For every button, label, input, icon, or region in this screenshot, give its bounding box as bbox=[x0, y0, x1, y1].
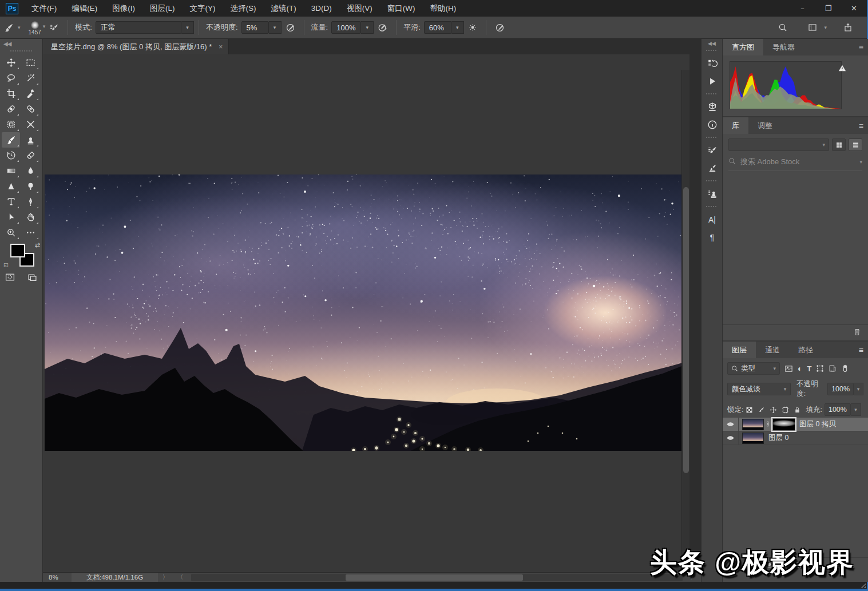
menu-文字[interactable]: 文字(Y) bbox=[183, 0, 223, 17]
adobe-stock-search[interactable]: 搜索 Adobe Stock ▾ bbox=[728, 157, 862, 171]
layer-mask-thumbnail[interactable] bbox=[773, 419, 795, 430]
menu-图层[interactable]: 图层(L) bbox=[142, 0, 183, 17]
workspace-switcher-icon[interactable] bbox=[808, 23, 817, 32]
menu-帮助[interactable]: 帮助(H) bbox=[422, 0, 463, 17]
actions-panel-icon[interactable] bbox=[701, 72, 723, 90]
menu-窗口[interactable]: 窗口(W) bbox=[380, 0, 423, 17]
expand-dock-icon[interactable]: ◀◀ bbox=[701, 39, 722, 46]
smoothing-input[interactable]: 60% bbox=[424, 21, 451, 34]
fill-input[interactable]: 100% bbox=[825, 403, 851, 416]
history-panel-icon[interactable] bbox=[701, 54, 723, 72]
filter-toggle-pill[interactable] bbox=[841, 364, 849, 372]
share-image-icon[interactable] bbox=[843, 23, 853, 32]
menu-文件[interactable]: 文件(F) bbox=[24, 0, 64, 17]
crop-tool[interactable] bbox=[2, 86, 20, 101]
move-tool[interactable] bbox=[2, 55, 20, 70]
spot-healing-tool[interactable] bbox=[2, 101, 20, 117]
opacity-chevron[interactable]: ▾ bbox=[269, 21, 282, 34]
libraries-panel-menu-icon[interactable]: ≡ bbox=[859, 121, 863, 130]
filter-adjustment-layers-icon[interactable]: ◐ bbox=[798, 364, 802, 373]
lock-position-icon[interactable] bbox=[770, 406, 777, 414]
lock-pixels-icon[interactable] bbox=[758, 406, 765, 414]
clone-source-panel-icon[interactable] bbox=[701, 185, 723, 203]
brush-preset-picker[interactable]: 1457 ▾ bbox=[29, 20, 46, 35]
layer-filter-select[interactable]: 类型 ▾ bbox=[727, 362, 780, 375]
minimize-button[interactable]: – bbox=[790, 0, 815, 17]
brush-settings-panel-icon[interactable] bbox=[701, 141, 723, 159]
lasso-tool[interactable] bbox=[2, 70, 20, 86]
document-tab[interactable]: 星空接片.dng @ 8% (图层 0 拷贝, 图层蒙版/16) * × bbox=[43, 39, 229, 54]
blur-tool[interactable] bbox=[21, 163, 39, 179]
zoom-tool[interactable] bbox=[2, 225, 20, 240]
layer-opacity-input[interactable]: 100% bbox=[827, 383, 854, 395]
sharpen-tool[interactable] bbox=[2, 179, 20, 194]
layers-tab-图层[interactable]: 图层 bbox=[723, 342, 756, 358]
path-select-tool[interactable] bbox=[2, 209, 20, 225]
lock-transparency-icon[interactable] bbox=[746, 406, 753, 414]
search-icon[interactable] bbox=[778, 23, 787, 32]
status-options-arrow[interactable]: 〉 bbox=[162, 573, 168, 581]
menu-视图[interactable]: 视图(V) bbox=[339, 0, 380, 17]
slice-tool[interactable] bbox=[21, 117, 39, 132]
zoom-level-field[interactable]: 8% bbox=[43, 574, 72, 581]
library-select[interactable]: ▾ bbox=[728, 138, 829, 151]
layers-tab-通道[interactable]: 通道 bbox=[756, 342, 789, 358]
fill-chevron[interactable]: ▾ bbox=[851, 403, 861, 416]
scroll-left-arrow[interactable]: 〈 bbox=[177, 573, 183, 581]
menu-3D[interactable]: 3D(D) bbox=[304, 0, 339, 17]
mask-link-icon[interactable] bbox=[765, 420, 771, 429]
menu-选择[interactable]: 选择(S) bbox=[223, 0, 264, 17]
layer-row[interactable]: 图层 0 拷贝 bbox=[723, 418, 868, 431]
list-view-button[interactable] bbox=[849, 138, 862, 151]
layers-panel-menu-icon[interactable]: ≡ bbox=[859, 346, 863, 355]
smoothing-chevron[interactable]: ▾ bbox=[451, 21, 464, 34]
frame-tool[interactable] bbox=[2, 117, 20, 132]
screen-mode-button[interactable] bbox=[27, 272, 37, 284]
document-image[interactable] bbox=[45, 174, 689, 451]
gradient-tool[interactable] bbox=[2, 163, 20, 179]
close-tab-icon[interactable]: × bbox=[219, 43, 223, 51]
filter-type-layers-icon[interactable]: T bbox=[807, 364, 811, 373]
layer-visibility-eye-icon[interactable] bbox=[723, 431, 739, 445]
blend-mode-select[interactable]: 颜色减淡 ▾ bbox=[727, 383, 791, 395]
marquee-tool[interactable] bbox=[21, 55, 39, 70]
filter-shape-layers-icon[interactable] bbox=[816, 364, 824, 372]
tool-preset-icon[interactable] bbox=[4, 23, 14, 33]
vertical-scrollbar[interactable] bbox=[681, 70, 689, 572]
layers-tab-路径[interactable]: 路径 bbox=[789, 342, 822, 358]
canvas-area[interactable] bbox=[43, 54, 689, 572]
menu-滤镜[interactable]: 滤镜(T) bbox=[264, 0, 304, 17]
healing-brush-tool[interactable] bbox=[21, 101, 39, 117]
opacity-input[interactable]: 5% bbox=[241, 21, 269, 34]
histogram-tab-导航器[interactable]: 导航器 bbox=[763, 39, 804, 55]
horizontal-scrollbar-thumb[interactable] bbox=[346, 574, 523, 581]
hand-tool[interactable] bbox=[21, 209, 39, 225]
eyedropper-tool[interactable] bbox=[21, 86, 39, 101]
tool-presets-panel-icon[interactable] bbox=[701, 98, 723, 116]
menu-编辑[interactable]: 编辑(E) bbox=[64, 0, 105, 17]
info-panel-icon[interactable] bbox=[701, 116, 723, 133]
dodge-tool[interactable] bbox=[21, 179, 39, 194]
layer-row[interactable]: 图层 0 bbox=[723, 431, 868, 445]
collapse-tools-icon[interactable]: ◀◀ bbox=[0, 39, 42, 47]
lock-artboard-icon[interactable] bbox=[782, 406, 789, 414]
smoothing-options-gear-icon[interactable] bbox=[468, 23, 477, 32]
brush-tool[interactable] bbox=[2, 132, 20, 148]
delete-library-item-icon[interactable] bbox=[853, 328, 861, 338]
type-tool[interactable] bbox=[2, 194, 20, 209]
vertical-scrollbar-thumb[interactable] bbox=[683, 187, 689, 473]
layer-opacity-chevron[interactable]: ▾ bbox=[854, 383, 863, 395]
lock-all-icon[interactable] bbox=[794, 406, 801, 414]
menu-图像[interactable]: 图像(I) bbox=[105, 0, 142, 17]
brushes-panel-icon[interactable] bbox=[701, 159, 723, 177]
toggle-brush-panel-icon[interactable] bbox=[49, 23, 59, 33]
quick-mask-button[interactable] bbox=[5, 272, 15, 284]
libraries-tab-调整[interactable]: 调整 bbox=[748, 117, 782, 134]
layer-thumbnail[interactable] bbox=[742, 419, 764, 430]
pressure-opacity-icon[interactable] bbox=[286, 23, 295, 33]
libraries-tab-库[interactable]: 库 bbox=[723, 117, 748, 134]
histogram-panel-menu-icon[interactable]: ≡ bbox=[859, 43, 863, 52]
flow-chevron[interactable]: ▾ bbox=[361, 21, 374, 34]
maximize-button[interactable]: ❐ bbox=[815, 0, 841, 17]
filter-pixel-layers-icon[interactable] bbox=[784, 364, 793, 373]
